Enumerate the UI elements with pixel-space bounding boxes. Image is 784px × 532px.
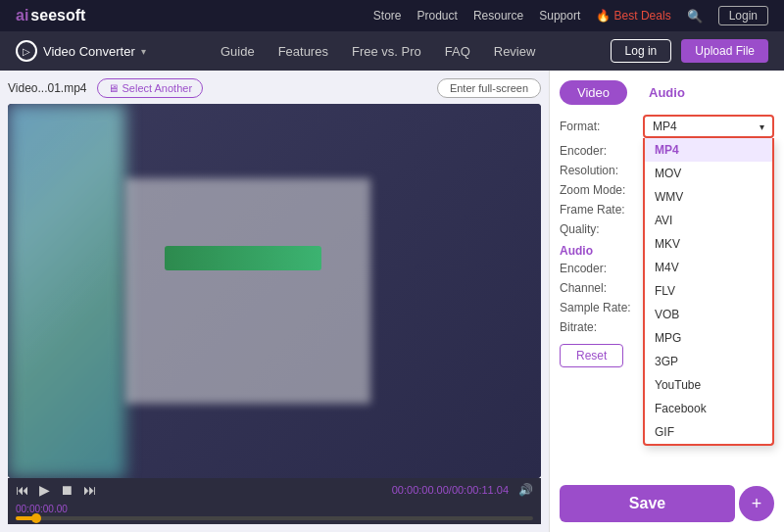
- free-vs-pro-link[interactable]: Free vs. Pro: [352, 44, 421, 59]
- channel-label: Channel:: [560, 281, 643, 295]
- audio-encoder-label: Encoder:: [560, 262, 643, 275]
- stop-button[interactable]: ⏹: [60, 482, 74, 498]
- second-navbar: ▷ Video Converter ▾ Guide Features Free …: [0, 31, 784, 71]
- play-button[interactable]: ▶: [39, 482, 50, 498]
- search-icon[interactable]: 🔍: [687, 9, 703, 24]
- logo-text: seesoft: [30, 7, 85, 24]
- right-panel: Video Audio Format: MP4 ▾ MP4 MOV WMV AV…: [549, 71, 784, 532]
- guide-link[interactable]: Guide: [220, 44, 255, 59]
- logo: ai seesoft: [16, 7, 85, 24]
- format-option-youtube[interactable]: YouTube: [645, 373, 772, 397]
- save-button[interactable]: Save: [560, 485, 735, 522]
- format-tabs: Video Audio: [560, 80, 774, 105]
- main-area: Video...01.mp4 🖥 Select Another Enter fu…: [0, 71, 784, 532]
- app-icon: ▷: [16, 40, 37, 62]
- zoom-mode-label: Zoom Mode:: [560, 183, 643, 197]
- resolution-label: Resolution:: [560, 164, 643, 177]
- file-name: Video...01.mp4: [8, 81, 87, 95]
- progress-thumb[interactable]: [31, 513, 41, 523]
- bitrate-label: Bitrate:: [560, 320, 643, 334]
- best-deals-link[interactable]: 🔥 Best Deals: [596, 9, 670, 23]
- format-row: Format: MP4 ▾ MP4 MOV WMV AVI MKV M4V FL…: [560, 115, 774, 138]
- app-title: ▷ Video Converter ▾: [16, 40, 146, 62]
- skip-forward-button[interactable]: ⏭: [83, 482, 97, 498]
- format-option-mpg[interactable]: MPG: [645, 326, 772, 350]
- volume-icon[interactable]: 🔊: [518, 483, 533, 497]
- format-option-vob[interactable]: VOB: [645, 303, 772, 326]
- video-green-bar: [165, 246, 321, 270]
- format-label: Format:: [560, 120, 643, 133]
- tab-video[interactable]: Video: [560, 80, 627, 105]
- format-selected-value: MP4: [653, 120, 677, 133]
- second-nav-buttons: Log in Upload File: [611, 39, 768, 63]
- format-dropdown-trigger[interactable]: MP4 ▾: [643, 115, 774, 138]
- dropdown-arrow-icon[interactable]: ▾: [141, 46, 146, 57]
- video-blur-center: [125, 178, 370, 403]
- format-option-avi[interactable]: AVI: [645, 209, 772, 232]
- file-bar: Video...01.mp4 🖥 Select Another Enter fu…: [8, 78, 541, 98]
- features-link[interactable]: Features: [278, 44, 328, 59]
- format-option-m4v[interactable]: M4V: [645, 256, 772, 279]
- upload-file-button[interactable]: Upload File: [681, 39, 768, 63]
- login-button-2[interactable]: Log in: [611, 39, 672, 63]
- review-link[interactable]: Review: [494, 44, 536, 59]
- video-preview: [8, 104, 541, 478]
- left-panel: Video...01.mp4 🖥 Select Another Enter fu…: [0, 71, 549, 532]
- save-plus-button[interactable]: +: [739, 486, 774, 521]
- format-option-facebook[interactable]: Facebook: [645, 397, 772, 420]
- video-controls-bar: ⏮ ▶ ⏹ ⏭ 00:00:00.00/00:00:11.04 🔊: [8, 478, 541, 502]
- faq-link[interactable]: FAQ: [445, 44, 470, 59]
- progress-bar-area: 00:00:00.00: [8, 502, 541, 524]
- skip-back-button[interactable]: ⏮: [16, 482, 29, 498]
- logo-ai: ai: [16, 7, 28, 24]
- format-option-3gp[interactable]: 3GP: [645, 350, 772, 373]
- save-area: Save +: [560, 485, 774, 522]
- format-option-wmv[interactable]: WMV: [645, 185, 772, 209]
- top-nav-links: Store Product Resource Support 🔥 Best De…: [373, 6, 768, 25]
- format-option-mkv[interactable]: MKV: [645, 232, 772, 256]
- progress-track[interactable]: [16, 516, 533, 520]
- format-option-gif[interactable]: GIF: [645, 420, 772, 444]
- store-link[interactable]: Store: [373, 9, 402, 23]
- support-link[interactable]: Support: [539, 9, 580, 23]
- format-option-mp4[interactable]: MP4: [645, 138, 772, 162]
- video-blur-left: [8, 104, 125, 478]
- time-label: 00:00:00.00: [16, 504, 533, 514]
- dropdown-arrow-icon: ▾: [760, 121, 764, 132]
- format-dropdown-container: MP4 ▾ MP4 MOV WMV AVI MKV M4V FLV VOB MP…: [643, 115, 774, 138]
- frame-rate-label: Frame Rate:: [560, 203, 643, 217]
- fullscreen-button[interactable]: Enter full-screen: [437, 78, 541, 98]
- tab-audio[interactable]: Audio: [631, 80, 703, 105]
- resource-link[interactable]: Resource: [473, 9, 523, 23]
- format-option-mov[interactable]: MOV: [645, 162, 772, 185]
- app-title-text: Video Converter: [43, 44, 135, 59]
- quality-label: Quality:: [560, 222, 643, 236]
- select-another-button[interactable]: 🖥 Select Another: [97, 78, 204, 98]
- second-nav-links: Guide Features Free vs. Pro FAQ Review: [175, 44, 581, 59]
- time-display: 00:00:00.00/00:00:11.04: [392, 484, 509, 496]
- top-navbar: ai seesoft Store Product Resource Suppor…: [0, 0, 784, 31]
- reset-button[interactable]: Reset: [560, 344, 623, 367]
- sample-rate-label: Sample Rate:: [560, 301, 643, 314]
- login-button[interactable]: Login: [718, 6, 768, 25]
- encoder-label: Encoder:: [560, 144, 643, 158]
- format-option-flv[interactable]: FLV: [645, 279, 772, 303]
- monitor-icon: 🖥: [108, 82, 119, 94]
- format-dropdown-list: MP4 MOV WMV AVI MKV M4V FLV VOB MPG 3GP …: [643, 138, 774, 446]
- product-link[interactable]: Product: [417, 9, 458, 23]
